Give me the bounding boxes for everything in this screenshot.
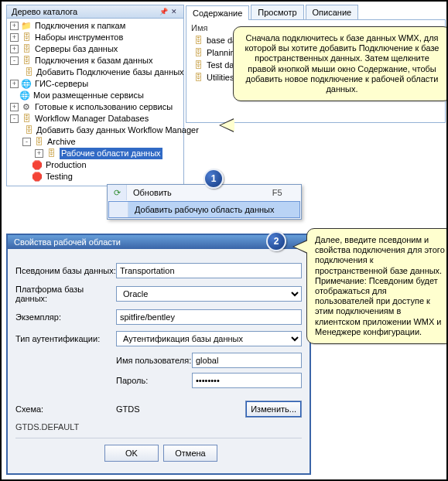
username-label: Имя пользователя: bbox=[116, 356, 192, 365]
tree-toggle bbox=[10, 92, 17, 99]
schema-default: GTDS.DEFAULT bbox=[15, 422, 302, 432]
database-icon: 🗄 bbox=[193, 72, 203, 83]
tree-item-label: Подключения к базам данных bbox=[35, 55, 152, 67]
instance-label: Экземпляр: bbox=[15, 312, 116, 322]
db-icon: 🗄 bbox=[21, 44, 32, 55]
schema-label: Схема: bbox=[15, 404, 116, 414]
password-input[interactable] bbox=[192, 373, 302, 388]
tree-item-label: Серверы баз данных bbox=[35, 43, 118, 55]
db-icon: 🗄 bbox=[21, 114, 32, 125]
catalog-title: Дерево каталога bbox=[12, 7, 77, 16]
tree-toggle[interactable]: - bbox=[10, 114, 19, 123]
tree-item-label: Testing bbox=[46, 171, 73, 183]
list-item-label: Utilities bbox=[207, 73, 234, 82]
tree-toggle[interactable]: - bbox=[22, 138, 31, 146]
tree-toggle[interactable]: + bbox=[10, 45, 19, 53]
tree-toggle bbox=[22, 162, 29, 169]
workspace-properties-dialog: Свойства рабочей области Псевдоним базы … bbox=[6, 234, 311, 475]
schema-value: GTDS bbox=[116, 404, 140, 414]
tree-toggle[interactable]: + bbox=[10, 22, 19, 30]
tree-item[interactable]: -🗄Подключения к базам данных bbox=[7, 55, 183, 67]
tree-item[interactable]: +🗄Рабочие области данных bbox=[7, 148, 183, 159]
db-icon: 🗄 bbox=[33, 137, 44, 148]
globe-icon: 🌐 bbox=[21, 79, 32, 90]
red-icon: 🛑 bbox=[32, 172, 43, 183]
context-refresh[interactable]: ⟳ Обновить F5 bbox=[108, 185, 301, 200]
tab-preview[interactable]: Просмотр bbox=[251, 5, 303, 19]
callout-1-text: Сначала подключитесь к базе данных WMX, … bbox=[241, 33, 443, 94]
badge-1: 1 bbox=[203, 169, 224, 189]
cancel-button[interactable]: Отмена bbox=[163, 445, 217, 462]
tree-toggle[interactable]: + bbox=[10, 33, 19, 42]
db-icon: 🗄 bbox=[21, 32, 32, 43]
tree-item[interactable]: +🗄Наборы инструментов bbox=[7, 32, 183, 43]
tree-item-label: Добавить базу данных Workflow Manager bbox=[36, 125, 199, 136]
dialog-title[interactable]: Свойства рабочей области bbox=[8, 235, 309, 249]
tree-item[interactable]: +📁Подключения к папкам bbox=[7, 20, 183, 32]
refresh-icon: ⟳ bbox=[114, 188, 121, 198]
auth-type-label: Тип аутентификации: bbox=[15, 334, 116, 343]
tab-content[interactable]: Содержание bbox=[186, 5, 249, 20]
tree-item[interactable]: 🗄Добавить базу данных Workflow Manager bbox=[7, 125, 183, 136]
tree-item[interactable]: 🛑Testing bbox=[7, 171, 183, 183]
context-menu: ⟳ Обновить F5 Добавить рабочую область д… bbox=[107, 184, 302, 220]
tree-item[interactable]: 🌐Мои размещенные сервисы bbox=[7, 90, 183, 101]
db-icon: 🗄 bbox=[25, 67, 33, 78]
auth-type-select[interactable]: Аутентификация базы данных bbox=[116, 331, 302, 346]
tree-item-label: Наборы инструментов bbox=[35, 32, 123, 43]
context-add-workspace-label: Добавить рабочую область данных bbox=[128, 205, 281, 214]
context-refresh-label: Обновить bbox=[127, 188, 178, 197]
tree-item-label: Добавить Подключение базы данных bbox=[36, 67, 184, 78]
tree-item-label: Production bbox=[46, 159, 87, 171]
tree-item[interactable]: -🗄Workflow Manager Databases bbox=[7, 113, 183, 125]
pin-icon[interactable]: 📌 bbox=[159, 7, 168, 16]
db-icon: 🗄 bbox=[46, 148, 56, 159]
tree-item-label: ГИС-серверы bbox=[35, 78, 88, 90]
tree-toggle[interactable]: - bbox=[10, 56, 19, 65]
tree-item[interactable]: +🗄Серверы баз данных bbox=[7, 43, 183, 55]
context-refresh-shortcut: F5 bbox=[272, 188, 282, 197]
folder-icon: 📁 bbox=[21, 21, 32, 32]
red-icon: 🛑 bbox=[32, 160, 43, 171]
database-icon: 🗄 bbox=[193, 60, 203, 70]
badge-2: 2 bbox=[266, 231, 286, 251]
tree-item-label: Готовые к использованию сервисы bbox=[35, 101, 173, 113]
catalog-tree[interactable]: +📁Подключения к папкам+🗄Наборы инструмен… bbox=[6, 19, 184, 186]
platform-select[interactable]: Oracle bbox=[116, 286, 302, 302]
globe-icon: 🌐 bbox=[19, 90, 30, 101]
tree-item-label: Мои размещенные сервисы bbox=[33, 90, 144, 101]
instance-input[interactable] bbox=[116, 309, 302, 325]
catalog-panel: Дерево каталога 📌 ✕ +📁Подключения к папк… bbox=[6, 5, 184, 186]
callout-2: Далее, введите псевдоним и свойства подк… bbox=[306, 228, 448, 344]
tree-item-label: Workflow Manager Databases bbox=[35, 113, 149, 125]
tree-item[interactable]: +⚙Готовые к использованию сервисы bbox=[7, 101, 183, 113]
tree-item-label: Подключения к папкам bbox=[35, 20, 125, 32]
tree-toggle[interactable]: + bbox=[10, 103, 19, 111]
tree-toggle bbox=[22, 173, 29, 180]
context-add-workspace[interactable]: Добавить рабочую область данных bbox=[108, 201, 300, 218]
database-icon: 🗄 bbox=[193, 35, 203, 46]
tab-description[interactable]: Описание bbox=[306, 5, 359, 19]
tree-item-label: Рабочие области данных bbox=[60, 148, 162, 159]
tree-toggle[interactable]: + bbox=[10, 80, 19, 88]
db-icon: 🗄 bbox=[25, 125, 33, 136]
close-icon[interactable]: ✕ bbox=[169, 7, 179, 16]
tree-item-label: Archive bbox=[47, 136, 76, 148]
password-label: Пароль: bbox=[116, 376, 192, 385]
tree-item[interactable]: 🗄Добавить Подключение базы данных bbox=[7, 67, 183, 78]
tree-item[interactable]: 🛑Production bbox=[7, 159, 183, 171]
catalog-title-bar[interactable]: Дерево каталога 📌 ✕ bbox=[6, 5, 184, 19]
platform-label: Платформа базы данных: bbox=[15, 285, 116, 303]
tabstrip: Содержание Просмотр Описание bbox=[186, 5, 446, 20]
tree-toggle[interactable]: + bbox=[35, 149, 43, 158]
tree-item[interactable]: -🗄Archive bbox=[7, 136, 183, 148]
callout-1: Сначала подключитесь к базе данных WMX, … bbox=[233, 26, 448, 101]
tree-item[interactable]: +🌐ГИС-серверы bbox=[7, 78, 183, 90]
database-icon: 🗄 bbox=[193, 47, 203, 58]
alias-label: Псевдоним базы данных: bbox=[15, 266, 116, 275]
username-input[interactable] bbox=[192, 353, 302, 368]
change-button[interactable]: Изменить... bbox=[245, 401, 302, 418]
callout-2-text: Далее, введите псевдоним и свойства подк… bbox=[315, 235, 445, 336]
alias-input[interactable] bbox=[116, 263, 302, 278]
ok-button[interactable]: OK bbox=[104, 445, 159, 462]
